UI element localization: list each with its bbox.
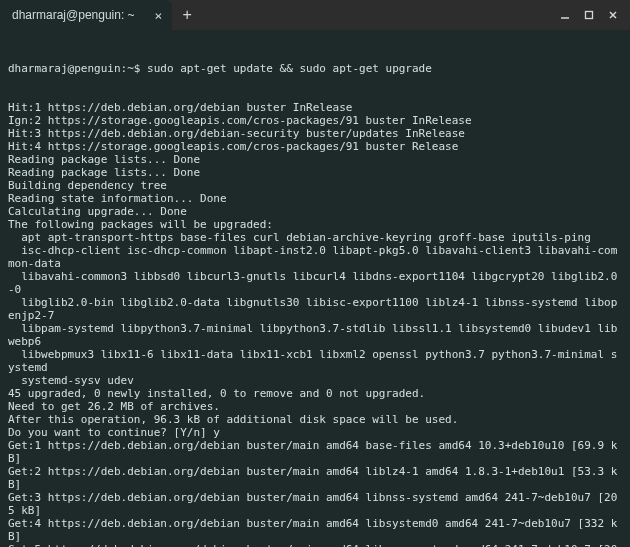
svg-rect-1	[586, 12, 593, 19]
terminal-line: Get:2 https://deb.debian.org/debian bust…	[8, 465, 622, 491]
terminal-line: systemd-sysv udev	[8, 374, 622, 387]
terminal-line: Get:3 https://deb.debian.org/debian bust…	[8, 491, 622, 517]
prompt-command: sudo apt-get update && sudo apt-get upgr…	[147, 62, 432, 75]
terminal-line: After this operation, 96.3 kB of additio…	[8, 413, 622, 426]
prompt-userhost: dharmaraj@penguin	[8, 62, 121, 75]
minimize-button[interactable]	[556, 6, 574, 24]
terminal-line: 45 upgraded, 0 newly installed, 0 to rem…	[8, 387, 622, 400]
terminal-line: Calculating upgrade... Done	[8, 205, 622, 218]
prompt-line: dharmaraj@penguin:~$ sudo apt-get update…	[8, 62, 622, 75]
close-button[interactable]	[604, 6, 622, 24]
terminal-line: Get:5 https://deb.debian.org/debian bust…	[8, 543, 622, 547]
tab-title: dharmaraj@penguin: ~	[12, 8, 135, 22]
window-controls	[556, 6, 630, 24]
terminal-line: libavahi-common3 libbsd0 libcurl3-gnutls…	[8, 270, 622, 296]
terminal-line: Ign:2 https://storage.googleapis.com/cro…	[8, 114, 622, 127]
terminal-line: Building dependency tree	[8, 179, 622, 192]
terminal-line: Get:4 https://deb.debian.org/debian bust…	[8, 517, 622, 543]
terminal-body[interactable]: dharmaraj@penguin:~$ sudo apt-get update…	[0, 30, 630, 547]
terminal-line: libwebpmux3 libx11-6 libx11-data libx11-…	[8, 348, 622, 374]
terminal-line: libglib2.0-bin libglib2.0-data libgnutls…	[8, 296, 622, 322]
terminal-line: The following packages will be upgraded:	[8, 218, 622, 231]
terminal-line: isc-dhcp-client isc-dhcp-common libapt-i…	[8, 244, 622, 270]
terminal-line: Reading state information... Done	[8, 192, 622, 205]
maximize-button[interactable]	[580, 6, 598, 24]
terminal-line: Do you want to continue? [Y/n] y	[8, 426, 622, 439]
terminal-line: Reading package lists... Done	[8, 153, 622, 166]
terminal-line: Get:1 https://deb.debian.org/debian bust…	[8, 439, 622, 465]
terminal-line: Hit:1 https://deb.debian.org/debian bust…	[8, 101, 622, 114]
terminal-line: Hit:4 https://storage.googleapis.com/cro…	[8, 140, 622, 153]
terminal-output: Hit:1 https://deb.debian.org/debian bust…	[8, 101, 622, 547]
new-tab-button[interactable]: +	[172, 6, 201, 24]
terminal-window: dharmaraj@penguin: ~ × + dharmaraj@pengu…	[0, 0, 630, 547]
terminal-line: Need to get 26.2 MB of archives.	[8, 400, 622, 413]
terminal-line: Reading package lists... Done	[8, 166, 622, 179]
titlebar: dharmaraj@penguin: ~ × +	[0, 0, 630, 30]
terminal-line: libpam-systemd libpython3.7-minimal libp…	[8, 322, 622, 348]
tab-active[interactable]: dharmaraj@penguin: ~ ×	[0, 0, 172, 30]
close-icon[interactable]: ×	[153, 7, 165, 24]
prompt-path: ~	[127, 62, 134, 75]
terminal-line: Hit:3 https://deb.debian.org/debian-secu…	[8, 127, 622, 140]
terminal-line: apt apt-transport-https base-files curl …	[8, 231, 622, 244]
